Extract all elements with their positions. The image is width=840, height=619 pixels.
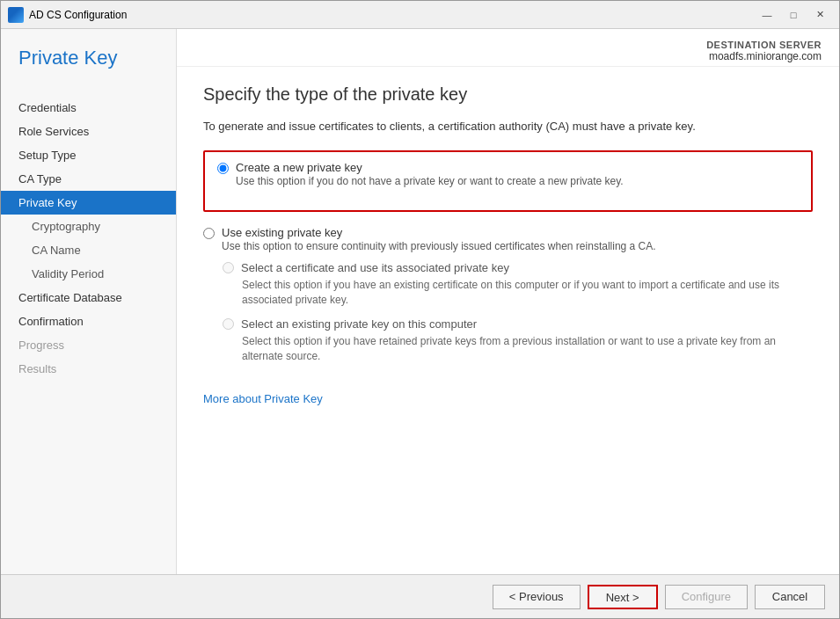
create-new-key-option[interactable]: Create a new private key Use this option… bbox=[217, 161, 799, 189]
sidebar-item-validity-period[interactable]: Validity Period bbox=[1, 262, 176, 286]
sidebar-item-ca-type[interactable]: CA Type bbox=[1, 167, 176, 191]
sub-options: Select a certificate and use its associa… bbox=[223, 261, 813, 364]
maximize-button[interactable]: □ bbox=[781, 6, 806, 24]
existing-computer-key-suboption: Select an existing private key on this c… bbox=[223, 317, 813, 364]
page-heading: Specify the type of the private key bbox=[203, 84, 813, 105]
cert-key-header[interactable]: Select a certificate and use its associa… bbox=[223, 261, 813, 274]
existing-computer-key-label[interactable]: Select an existing private key on this c… bbox=[241, 317, 477, 331]
app-icon bbox=[8, 7, 24, 23]
footer: < Previous Next > Configure Cancel bbox=[1, 574, 839, 618]
existing-key-radio[interactable] bbox=[203, 228, 215, 239]
next-button[interactable]: Next > bbox=[588, 585, 658, 609]
existing-key-option[interactable]: Use existing private key Use this option… bbox=[203, 226, 813, 254]
destination-label: DESTINATION SERVER bbox=[706, 40, 822, 50]
destination-server-block: DESTINATION SERVER moadfs.miniorange.com bbox=[706, 40, 822, 62]
existing-key-label[interactable]: Use existing private key bbox=[222, 226, 342, 239]
intro-text: To generate and issue certificates to cl… bbox=[203, 119, 813, 135]
create-new-key-box: Create a new private key Use this option… bbox=[203, 150, 813, 212]
create-new-key-radio[interactable] bbox=[217, 163, 229, 174]
sidebar-header: Private Key bbox=[1, 29, 176, 96]
close-button[interactable]: ✕ bbox=[807, 6, 832, 24]
window-title: AD CS Configuration bbox=[29, 9, 755, 21]
more-about-link[interactable]: More about Private Key bbox=[203, 392, 323, 405]
cert-key-desc: Select this option if you have an existi… bbox=[242, 278, 813, 308]
create-new-key-label[interactable]: Create a new private key bbox=[236, 161, 362, 174]
sidebar: Private Key Credentials Role Services Se… bbox=[1, 29, 177, 574]
window-controls: — □ ✕ bbox=[755, 6, 832, 24]
create-new-key-content: Create a new private key Use this option… bbox=[236, 161, 624, 189]
sidebar-nav: Credentials Role Services Setup Type CA … bbox=[1, 96, 176, 574]
sidebar-item-results: Results bbox=[1, 357, 176, 381]
sidebar-page-title: Private Key bbox=[18, 47, 158, 69]
content-area: Private Key Credentials Role Services Se… bbox=[1, 29, 839, 574]
sidebar-item-role-services[interactable]: Role Services bbox=[1, 120, 176, 143]
cert-key-radio[interactable] bbox=[223, 262, 234, 273]
existing-computer-key-header[interactable]: Select an existing private key on this c… bbox=[223, 317, 813, 331]
previous-button[interactable]: < Previous bbox=[493, 585, 581, 609]
sidebar-item-private-key[interactable]: Private Key bbox=[1, 191, 176, 215]
cancel-button[interactable]: Cancel bbox=[755, 585, 825, 609]
main-content: DESTINATION SERVER moadfs.miniorange.com… bbox=[177, 29, 839, 574]
sidebar-item-ca-name[interactable]: CA Name bbox=[1, 238, 176, 262]
minimize-button[interactable]: — bbox=[755, 6, 779, 24]
main-header: DESTINATION SERVER moadfs.miniorange.com bbox=[177, 29, 839, 67]
sidebar-item-progress: Progress bbox=[1, 333, 176, 357]
sidebar-item-certificate-database[interactable]: Certificate Database bbox=[1, 286, 176, 310]
configure-button[interactable]: Configure bbox=[665, 585, 748, 609]
main-body: Specify the type of the private key To g… bbox=[177, 67, 839, 574]
sidebar-item-cryptography[interactable]: Cryptography bbox=[1, 215, 176, 238]
existing-key-content: Use existing private key Use this option… bbox=[222, 226, 656, 254]
cert-key-label[interactable]: Select a certificate and use its associa… bbox=[241, 261, 509, 274]
cert-key-suboption: Select a certificate and use its associa… bbox=[223, 261, 813, 308]
sidebar-item-setup-type[interactable]: Setup Type bbox=[1, 143, 176, 167]
existing-key-desc: Use this option to ensure continuity wit… bbox=[222, 239, 656, 254]
existing-computer-key-radio[interactable] bbox=[223, 318, 234, 330]
sidebar-item-credentials[interactable]: Credentials bbox=[1, 96, 176, 120]
destination-value: moadfs.miniorange.com bbox=[706, 50, 822, 62]
sidebar-item-confirmation[interactable]: Confirmation bbox=[1, 310, 176, 333]
create-new-key-desc: Use this option if you do not have a pri… bbox=[236, 174, 624, 189]
existing-key-section: Use existing private key Use this option… bbox=[203, 226, 813, 364]
main-window: AD CS Configuration — □ ✕ Private Key Cr… bbox=[0, 0, 840, 619]
existing-computer-key-desc: Select this option if you have retained … bbox=[242, 334, 813, 364]
title-bar: AD CS Configuration — □ ✕ bbox=[1, 1, 839, 29]
